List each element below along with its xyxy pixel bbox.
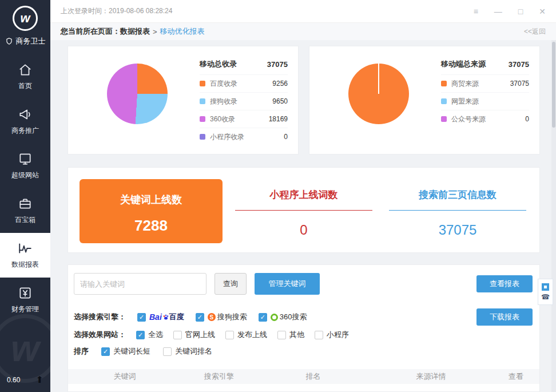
legend-value: 0	[525, 115, 529, 123]
view-report-button[interactable]: 查看报表	[476, 275, 533, 292]
sidebar-item-promotion[interactable]: 商务推广	[0, 99, 50, 144]
legend-swatch-miniapp	[200, 134, 205, 140]
checkbox-icon[interactable]	[101, 347, 110, 356]
top3-pages-stat[interactable]: 搜索前三页信息数 37075	[383, 179, 532, 243]
mobile-index-legend: 移动总收录 37075 百度收录 9256 搜狗收录 9650 360收录 18…	[200, 59, 288, 145]
scrollbar-thumb[interactable]	[552, 42, 555, 128]
watermark-logo: w	[0, 314, 50, 383]
checkbox-icon[interactable]	[137, 313, 146, 322]
keyword-search-input[interactable]	[74, 273, 206, 295]
maximize-icon[interactable]: □	[518, 7, 523, 15]
vertical-scrollbar[interactable]	[551, 40, 556, 392]
mobile-index-chart-card: 移动总收录 37075 百度收录 9256 搜狗收录 9650 360收录 18…	[67, 46, 299, 155]
sidebar-item-toolbox[interactable]: 百宝箱	[0, 188, 50, 233]
sidebar-item-label: 商务推广	[11, 126, 39, 136]
sidebar-item-website[interactable]: 超级网站	[0, 144, 50, 188]
sidebar-nav: 首页 商务推广 超级网站 百宝箱 数据报表 财务管理	[0, 54, 50, 322]
site-checkbox-publish[interactable]: 发布上线	[225, 330, 267, 340]
legend-swatch-baidu	[200, 81, 205, 86]
home-icon	[18, 62, 33, 77]
sidebar-item-label: 超级网站	[11, 171, 39, 180]
up-arrow-icon[interactable]: ⬆	[36, 374, 43, 385]
sogou-label: 搜狗搜索	[217, 312, 247, 322]
checkbox-icon[interactable]	[163, 347, 172, 356]
legend-swatch-sogou	[200, 98, 205, 104]
brand-label: 商务卫士	[16, 36, 46, 46]
close-icon[interactable]: ✕	[539, 7, 546, 15]
checkbox-icon[interactable]	[225, 331, 234, 339]
monitor-icon	[18, 152, 33, 167]
column-header-rank: 排名	[257, 371, 370, 382]
site-label: 全选	[148, 330, 163, 340]
keyword-query-card: 查询 管理关键词 查看报表 下载报表 选择搜索引擎： Bai 百度 S 搜狗搜索…	[67, 264, 540, 392]
qr-icon[interactable]	[542, 283, 549, 291]
legend-value: 9256	[272, 80, 288, 88]
engine-checkbox-baidu[interactable]: Bai 百度	[137, 312, 184, 322]
app-logo-icon: w	[13, 6, 38, 31]
legend-item: 商贸来源 37075	[441, 74, 529, 92]
menu-icon[interactable]: ≡	[474, 7, 478, 15]
site-checkbox-miniapp[interactable]: 小程序	[315, 330, 349, 340]
site-checkbox-all[interactable]: 全选	[136, 330, 163, 340]
minimize-icon[interactable]: —	[494, 7, 502, 15]
floating-widget[interactable]: ☎	[538, 279, 553, 305]
legend-item: 360收录 18169	[200, 110, 288, 128]
legend-swatch-adnet	[441, 98, 447, 104]
sidebar-item-reports[interactable]: 数据报表	[0, 233, 50, 278]
360-label: 360搜索	[280, 312, 307, 322]
legend-label: 公众号来源	[451, 114, 486, 124]
sort-checkbox-rank[interactable]: 关键词排名	[163, 346, 212, 357]
engine-checkbox-sogou[interactable]: S 搜狗搜索	[196, 312, 247, 322]
version-label: 0.60	[7, 376, 20, 384]
keywords-online-stat[interactable]: 关键词上线数 7288	[80, 179, 223, 243]
miniapp-words-stat[interactable]: 小程序上线词数 0	[229, 179, 378, 243]
toolbox-icon	[18, 196, 33, 211]
site-label: 其他	[289, 330, 304, 340]
logo-letter: w	[20, 12, 30, 25]
baidu-paw-icon	[162, 314, 169, 320]
breadcrumb-section[interactable]: 数据报表	[120, 26, 150, 37]
mobile-source-legend: 移动端总来源 37075 商贸来源 37075 网盟来源 公众号来源 0	[441, 59, 529, 128]
legend-item: 小程序收录 0	[200, 128, 288, 145]
legend-title: 移动总收录	[200, 59, 237, 69]
site-label: 发布上线	[237, 330, 267, 340]
mobile-source-pie-chart	[348, 64, 409, 124]
checkbox-icon[interactable]	[173, 331, 182, 339]
legend-item: 网盟来源	[441, 92, 529, 110]
legend-label: 360收录	[210, 114, 235, 124]
query-button[interactable]: 查询	[215, 273, 247, 295]
360-logo-icon	[271, 314, 278, 321]
sidebar: w 商务卫士 首页 商务推广 超级网站 百宝箱	[0, 0, 50, 392]
sidebar-footer: 0.60 ⬆	[0, 374, 50, 392]
mobile-index-pie-chart	[107, 64, 168, 124]
checkbox-icon[interactable]	[277, 331, 286, 339]
back-link[interactable]: <<返回	[524, 27, 546, 37]
legend-item: 公众号来源 0	[441, 110, 529, 128]
checkbox-icon[interactable]	[136, 331, 145, 339]
sort-option-label: 关键词长短	[113, 346, 150, 357]
sidebar-item-label: 百宝箱	[15, 215, 35, 225]
site-checkbox-other[interactable]: 其他	[277, 330, 304, 340]
engine-checkbox-360[interactable]: 360搜索	[259, 312, 307, 322]
results-table-header: 关键词 搜索引擎 排名 来源详情 查看	[68, 369, 539, 384]
legend-item: 搜狗收录 9650	[200, 92, 288, 110]
download-report-button[interactable]: 下载报表	[476, 308, 533, 326]
legend-title: 移动端总来源	[441, 59, 486, 69]
phone-icon[interactable]: ☎	[541, 294, 550, 300]
manage-keywords-button[interactable]: 管理关键词	[255, 273, 320, 295]
sidebar-item-label: 首页	[18, 81, 32, 91]
legend-item: 百度收录 9256	[200, 74, 288, 92]
sidebar-item-home[interactable]: 首页	[0, 54, 50, 99]
stat-label: 搜索前三页信息数	[383, 188, 532, 201]
breadcrumb-separator: >	[153, 27, 157, 36]
column-header-keyword: 关键词	[68, 371, 181, 382]
checkbox-icon[interactable]	[315, 331, 323, 339]
shield-icon	[5, 37, 13, 45]
site-label: 小程序	[327, 330, 349, 340]
checkbox-icon[interactable]	[259, 313, 267, 322]
site-checkbox-official[interactable]: 官网上线	[173, 330, 215, 340]
legend-value: 0	[284, 133, 288, 141]
checkbox-icon[interactable]	[196, 313, 204, 322]
sort-checkbox-length[interactable]: 关键词长短	[101, 346, 150, 357]
legend-label: 搜狗收录	[210, 97, 237, 106]
